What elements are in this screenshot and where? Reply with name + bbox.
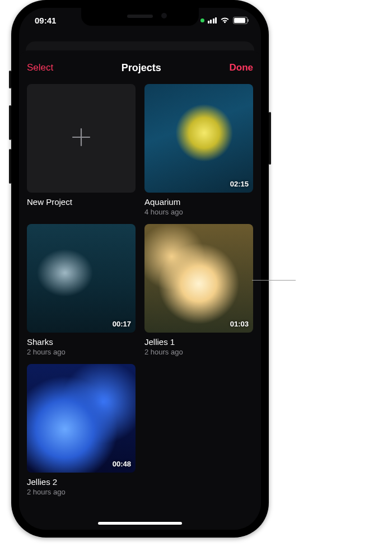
project-tile[interactable]: 02:15 Aquarium 4 hours ago: [144, 84, 253, 216]
select-button[interactable]: Select: [27, 62, 53, 73]
ringer-switch: [9, 71, 11, 88]
volume-down-button: [9, 149, 11, 184]
plus-icon: [70, 126, 92, 151]
home-indicator[interactable]: [98, 522, 182, 525]
battery-icon: [233, 17, 248, 24]
side-button: [269, 112, 271, 165]
projects-sheet: Select Projects Done New Project: [19, 50, 261, 530]
projects-grid: New Project 02:15 Aquarium 4 hours ago 0…: [27, 84, 253, 496]
project-thumb[interactable]: 01:03: [144, 224, 253, 333]
cellular-icon: [208, 17, 217, 24]
project-tile[interactable]: 00:48 Jellies 2 2 hours ago: [27, 364, 136, 496]
done-button[interactable]: Done: [229, 62, 253, 73]
recording-indicator-icon: [200, 18, 204, 22]
canvas: 09:41 Select Projects Done: [0, 0, 392, 551]
project-tile[interactable]: 00:17 Sharks 2 hours ago: [27, 224, 136, 356]
phone-frame: 09:41 Select Projects Done: [11, 0, 269, 538]
project-ago: 4 hours ago: [144, 208, 253, 216]
project-thumb[interactable]: 00:48: [27, 364, 136, 473]
project-name: Aquarium: [144, 197, 253, 207]
project-tile[interactable]: 01:03 Jellies 1 2 hours ago: [144, 224, 253, 356]
page-title: Projects: [122, 62, 161, 74]
project-ago: 2 hours ago: [144, 348, 253, 356]
new-project-tile[interactable]: New Project: [27, 84, 136, 216]
duration-badge: 00:48: [113, 460, 131, 468]
volume-up-button: [9, 105, 11, 140]
callout-line: [252, 280, 296, 281]
project-thumb[interactable]: 00:17: [27, 224, 136, 333]
status-bar: 09:41: [19, 8, 261, 32]
duration-badge: 01:03: [230, 320, 249, 328]
project-name: Jellies 1: [144, 337, 253, 347]
new-project-thumb[interactable]: [27, 84, 136, 193]
wifi-icon: [220, 16, 230, 25]
project-name: Jellies 2: [27, 477, 136, 487]
nav-bar: Select Projects Done: [27, 58, 253, 77]
status-right: [200, 16, 248, 25]
project-ago: 2 hours ago: [27, 348, 136, 356]
new-project-label: New Project: [27, 197, 136, 207]
project-thumb[interactable]: 02:15: [144, 84, 253, 193]
screen: 09:41 Select Projects Done: [19, 8, 261, 530]
project-ago: 2 hours ago: [27, 488, 136, 496]
duration-badge: 00:17: [113, 320, 131, 328]
project-name: Sharks: [27, 337, 136, 347]
duration-badge: 02:15: [230, 180, 249, 188]
status-time: 09:41: [35, 16, 56, 25]
